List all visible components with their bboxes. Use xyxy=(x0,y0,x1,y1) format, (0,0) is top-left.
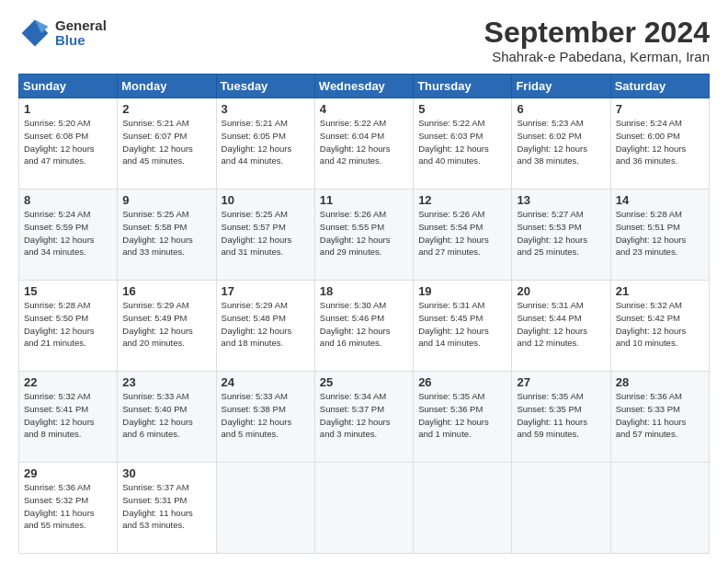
day-number: 9 xyxy=(122,193,210,207)
calendar-cell: 3Sunrise: 5:21 AM Sunset: 6:05 PM Daylig… xyxy=(216,98,314,190)
calendar-cell xyxy=(414,463,512,554)
day-number: 14 xyxy=(616,193,704,207)
day-number: 15 xyxy=(24,284,112,298)
calendar-cell: 28Sunrise: 5:36 AM Sunset: 5:33 PM Dayli… xyxy=(610,372,709,463)
day-number: 4 xyxy=(320,102,408,116)
calendar-table: SundayMondayTuesdayWednesdayThursdayFrid… xyxy=(18,74,710,554)
calendar-cell: 14Sunrise: 5:28 AM Sunset: 5:51 PM Dayli… xyxy=(610,190,709,281)
day-number: 12 xyxy=(418,193,506,207)
calendar-header-row: SundayMondayTuesdayWednesdayThursdayFrid… xyxy=(19,75,710,98)
day-number: 24 xyxy=(222,375,310,389)
day-number: 8 xyxy=(24,193,112,207)
calendar-cell xyxy=(610,463,709,554)
weekday-header-friday: Friday xyxy=(512,75,610,98)
logo-icon xyxy=(18,17,51,50)
weekday-header-thursday: Thursday xyxy=(414,75,512,98)
calendar-cell: 25Sunrise: 5:34 AM Sunset: 5:37 PM Dayli… xyxy=(314,372,413,463)
day-number: 2 xyxy=(122,102,210,116)
day-info: Sunrise: 5:26 AM Sunset: 5:54 PM Dayligh… xyxy=(418,208,506,259)
day-info: Sunrise: 5:37 AM Sunset: 5:31 PM Dayligh… xyxy=(122,481,210,532)
day-number: 25 xyxy=(320,375,408,389)
day-number: 5 xyxy=(418,102,506,116)
day-number: 18 xyxy=(320,284,408,298)
day-number: 28 xyxy=(616,375,704,389)
day-info: Sunrise: 5:36 AM Sunset: 5:33 PM Dayligh… xyxy=(616,390,704,441)
day-info: Sunrise: 5:24 AM Sunset: 5:59 PM Dayligh… xyxy=(24,208,112,259)
calendar-cell: 18Sunrise: 5:30 AM Sunset: 5:46 PM Dayli… xyxy=(314,281,413,372)
day-info: Sunrise: 5:28 AM Sunset: 5:51 PM Dayligh… xyxy=(616,208,704,259)
logo-blue-text: Blue xyxy=(55,33,107,49)
calendar-cell: 8Sunrise: 5:24 AM Sunset: 5:59 PM Daylig… xyxy=(19,190,118,281)
day-info: Sunrise: 5:33 AM Sunset: 5:38 PM Dayligh… xyxy=(222,390,310,441)
calendar-cell: 24Sunrise: 5:33 AM Sunset: 5:38 PM Dayli… xyxy=(216,372,314,463)
calendar-cell: 22Sunrise: 5:32 AM Sunset: 5:41 PM Dayli… xyxy=(19,372,118,463)
day-info: Sunrise: 5:31 AM Sunset: 5:45 PM Dayligh… xyxy=(418,299,506,350)
day-info: Sunrise: 5:29 AM Sunset: 5:48 PM Dayligh… xyxy=(222,299,310,350)
day-info: Sunrise: 5:21 AM Sunset: 6:07 PM Dayligh… xyxy=(122,117,210,167)
day-info: Sunrise: 5:32 AM Sunset: 5:41 PM Dayligh… xyxy=(24,390,112,441)
day-info: Sunrise: 5:26 AM Sunset: 5:55 PM Dayligh… xyxy=(320,208,408,259)
svg-marker-0 xyxy=(22,20,49,47)
calendar-week-row: 22Sunrise: 5:32 AM Sunset: 5:41 PM Dayli… xyxy=(19,372,710,463)
day-info: Sunrise: 5:22 AM Sunset: 6:04 PM Dayligh… xyxy=(320,117,408,167)
day-number: 11 xyxy=(320,193,408,207)
calendar-cell: 4Sunrise: 5:22 AM Sunset: 6:04 PM Daylig… xyxy=(314,98,413,190)
calendar-cell: 30Sunrise: 5:37 AM Sunset: 5:31 PM Dayli… xyxy=(118,463,216,554)
weekday-header-monday: Monday xyxy=(118,75,216,98)
calendar-cell xyxy=(216,463,314,554)
calendar-week-row: 1Sunrise: 5:20 AM Sunset: 6:08 PM Daylig… xyxy=(19,98,710,190)
header: General Blue September 2024 Shahrak-e Pa… xyxy=(18,17,710,64)
calendar-cell: 11Sunrise: 5:26 AM Sunset: 5:55 PM Dayli… xyxy=(314,190,413,281)
day-number: 19 xyxy=(418,284,506,298)
day-info: Sunrise: 5:21 AM Sunset: 6:05 PM Dayligh… xyxy=(222,117,310,167)
day-info: Sunrise: 5:23 AM Sunset: 6:02 PM Dayligh… xyxy=(517,117,605,167)
main-title: September 2024 xyxy=(484,17,710,49)
day-number: 30 xyxy=(122,466,210,480)
day-info: Sunrise: 5:35 AM Sunset: 5:36 PM Dayligh… xyxy=(418,390,506,441)
day-info: Sunrise: 5:30 AM Sunset: 5:46 PM Dayligh… xyxy=(320,299,408,350)
day-info: Sunrise: 5:27 AM Sunset: 5:53 PM Dayligh… xyxy=(517,208,605,259)
day-number: 13 xyxy=(517,193,605,207)
day-info: Sunrise: 5:33 AM Sunset: 5:40 PM Dayligh… xyxy=(122,390,210,441)
day-info: Sunrise: 5:32 AM Sunset: 5:42 PM Dayligh… xyxy=(616,299,704,350)
day-info: Sunrise: 5:22 AM Sunset: 6:03 PM Dayligh… xyxy=(418,117,506,167)
calendar-cell: 9Sunrise: 5:25 AM Sunset: 5:58 PM Daylig… xyxy=(118,190,216,281)
day-number: 3 xyxy=(222,102,310,116)
calendar-week-row: 15Sunrise: 5:28 AM Sunset: 5:50 PM Dayli… xyxy=(19,281,710,372)
day-number: 6 xyxy=(517,102,605,116)
calendar-cell: 19Sunrise: 5:31 AM Sunset: 5:45 PM Dayli… xyxy=(414,281,512,372)
day-number: 21 xyxy=(616,284,704,298)
calendar-cell: 12Sunrise: 5:26 AM Sunset: 5:54 PM Dayli… xyxy=(414,190,512,281)
subtitle: Shahrak-e Pabedana, Kerman, Iran xyxy=(484,49,710,64)
day-number: 16 xyxy=(122,284,210,298)
day-number: 17 xyxy=(222,284,310,298)
day-number: 26 xyxy=(418,375,506,389)
calendar-cell: 23Sunrise: 5:33 AM Sunset: 5:40 PM Dayli… xyxy=(118,372,216,463)
day-info: Sunrise: 5:25 AM Sunset: 5:57 PM Dayligh… xyxy=(222,208,310,259)
calendar-cell: 17Sunrise: 5:29 AM Sunset: 5:48 PM Dayli… xyxy=(216,281,314,372)
day-info: Sunrise: 5:25 AM Sunset: 5:58 PM Dayligh… xyxy=(122,208,210,259)
day-info: Sunrise: 5:20 AM Sunset: 6:08 PM Dayligh… xyxy=(24,117,112,167)
day-number: 29 xyxy=(24,466,112,480)
logo: General Blue xyxy=(18,17,107,50)
weekday-header-tuesday: Tuesday xyxy=(216,75,314,98)
calendar-cell: 5Sunrise: 5:22 AM Sunset: 6:03 PM Daylig… xyxy=(414,98,512,190)
weekday-header-wednesday: Wednesday xyxy=(314,75,413,98)
calendar-cell: 13Sunrise: 5:27 AM Sunset: 5:53 PM Dayli… xyxy=(512,190,610,281)
day-number: 10 xyxy=(222,193,310,207)
calendar-cell: 21Sunrise: 5:32 AM Sunset: 5:42 PM Dayli… xyxy=(610,281,709,372)
day-number: 1 xyxy=(24,102,112,116)
calendar-cell: 26Sunrise: 5:35 AM Sunset: 5:36 PM Dayli… xyxy=(414,372,512,463)
day-info: Sunrise: 5:31 AM Sunset: 5:44 PM Dayligh… xyxy=(517,299,605,350)
day-number: 23 xyxy=(122,375,210,389)
calendar-cell: 1Sunrise: 5:20 AM Sunset: 6:08 PM Daylig… xyxy=(19,98,118,190)
calendar-cell: 7Sunrise: 5:24 AM Sunset: 6:00 PM Daylig… xyxy=(610,98,709,190)
calendar-week-row: 29Sunrise: 5:36 AM Sunset: 5:32 PM Dayli… xyxy=(19,463,710,554)
page: General Blue September 2024 Shahrak-e Pa… xyxy=(0,0,728,563)
calendar-cell xyxy=(512,463,610,554)
calendar-cell: 10Sunrise: 5:25 AM Sunset: 5:57 PM Dayli… xyxy=(216,190,314,281)
calendar-cell: 6Sunrise: 5:23 AM Sunset: 6:02 PM Daylig… xyxy=(512,98,610,190)
day-info: Sunrise: 5:28 AM Sunset: 5:50 PM Dayligh… xyxy=(24,299,112,350)
day-info: Sunrise: 5:34 AM Sunset: 5:37 PM Dayligh… xyxy=(320,390,408,441)
calendar-cell: 15Sunrise: 5:28 AM Sunset: 5:50 PM Dayli… xyxy=(19,281,118,372)
